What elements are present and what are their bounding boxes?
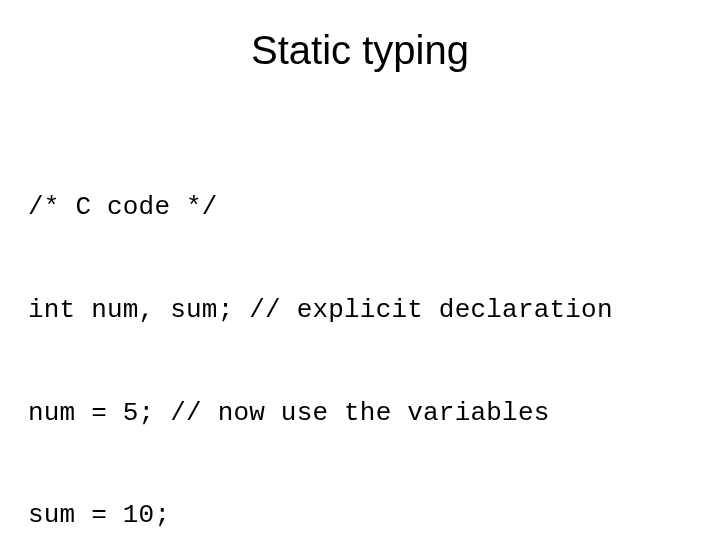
code-block: /* C code */ int num, sum; // explicit d… [28,121,692,540]
code-line: num = 5; // now use the variables [28,396,692,430]
code-line: /* C code */ [28,190,692,224]
code-line: sum = 10; [28,498,692,532]
slide-title: Static typing [28,28,692,73]
code-line: int num, sum; // explicit declaration [28,293,692,327]
slide-container: Static typing /* C code */ int num, sum;… [0,0,720,540]
